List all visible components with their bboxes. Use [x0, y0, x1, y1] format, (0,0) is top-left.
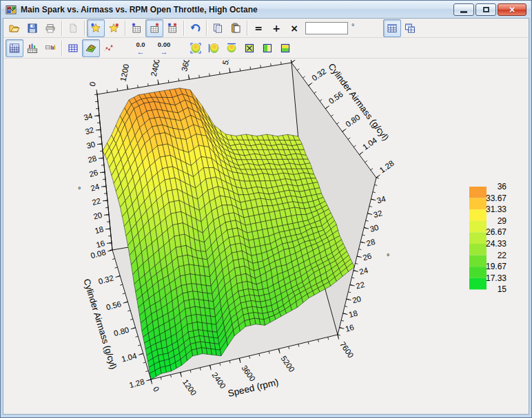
grid-view-button[interactable] — [6, 39, 23, 57]
svg-text:20: 20 — [351, 295, 362, 305]
close-icon: × — [509, 5, 515, 14]
paste-button[interactable] — [227, 19, 245, 37]
table-flag-red-button[interactable] — [145, 19, 163, 37]
svg-text:0: 0 — [88, 81, 97, 87]
print-button[interactable] — [41, 19, 59, 37]
view-vsplit-button[interactable] — [258, 39, 276, 57]
main-toolbar: =+×° — [3, 19, 529, 38]
svg-text:1200: 1200 — [119, 63, 130, 83]
open-button[interactable] — [6, 19, 23, 37]
view-default-button[interactable] — [187, 39, 205, 57]
favorite-blue-button[interactable] — [87, 19, 105, 37]
svg-text:18: 18 — [94, 224, 104, 235]
blob-top-icon — [226, 43, 237, 54]
scatter-icon — [103, 43, 114, 54]
restore-button[interactable] — [475, 3, 496, 16]
svg-text:0.08: 0.08 — [90, 248, 107, 260]
box-hsplit-icon — [280, 43, 291, 54]
svg-text:20: 20 — [92, 211, 103, 221]
add-button[interactable]: + — [267, 19, 285, 37]
undo-button[interactable] — [186, 19, 204, 37]
decimal-decrease-arrow-icon: ← — [137, 48, 145, 55]
copy-button[interactable] — [209, 19, 227, 37]
window-body: =+×° 0.0←0.00→ 0120024003600520076000.08… — [3, 19, 529, 414]
surface-plot-area[interactable]: 0120024003600520076000.080.320.560.801.0… — [3, 60, 529, 414]
scatter-view-button[interactable] — [100, 39, 118, 57]
svg-text:26.67: 26.67 — [486, 227, 507, 237]
table-display-button[interactable] — [383, 19, 401, 37]
svg-text:32: 32 — [84, 126, 94, 136]
printer-icon — [45, 23, 56, 34]
color-legend: 3633.6731.332926.6724.332219.6717.3315 — [469, 182, 507, 294]
degree-unit-label: ° — [350, 22, 356, 34]
view-grid-fit-button[interactable] — [241, 39, 258, 57]
svg-text:28: 28 — [87, 154, 97, 165]
svg-text:5200: 5200 — [221, 60, 233, 65]
title-bar[interactable]: Main Spark vs. Airmass vs. RPM Open Thro… — [1, 1, 531, 18]
svg-text:24: 24 — [90, 182, 101, 193]
chart-mini-icon — [45, 43, 56, 54]
svg-text:0.80: 0.80 — [113, 326, 130, 337]
toolbar-separator — [84, 21, 85, 36]
data-table-button[interactable] — [64, 39, 82, 57]
svg-text:16: 16 — [345, 323, 355, 333]
app-icon — [6, 4, 17, 15]
decimal-decrease-button[interactable]: 0.0← — [129, 39, 152, 57]
decimal-increase-button[interactable]: 0.00→ — [152, 39, 176, 57]
toolbar-separator — [206, 21, 207, 36]
z-unit-right: ° — [387, 252, 389, 260]
table-view-icon — [387, 23, 398, 34]
table-ast-red-icon — [149, 23, 160, 34]
svg-text:22: 22 — [498, 251, 507, 260]
undo-icon — [190, 23, 201, 34]
table-flag-blue-button[interactable] — [127, 19, 145, 37]
minimize-icon — [460, 11, 467, 13]
svg-text:1.04: 1.04 — [361, 136, 379, 151]
compare-display-button[interactable] — [401, 19, 419, 37]
svg-text:1.04: 1.04 — [121, 351, 138, 364]
svg-text:7600: 7600 — [338, 340, 356, 359]
minimize-button[interactable] — [453, 3, 474, 16]
close-button[interactable]: × — [498, 3, 526, 16]
svg-text:3600: 3600 — [180, 60, 192, 72]
mini-chart-view-button[interactable] — [41, 39, 59, 57]
box-vsplit-icon — [262, 43, 273, 54]
view-top-button[interactable] — [223, 39, 241, 57]
svg-text:28: 28 — [365, 238, 376, 248]
save-button[interactable] — [23, 19, 41, 37]
add-glyph: + — [272, 23, 280, 34]
surface-view-button[interactable] — [82, 39, 100, 57]
multiply-glyph: × — [290, 23, 298, 34]
table-flag-both-button[interactable] — [163, 19, 181, 37]
table-ast-blue-icon — [131, 23, 142, 34]
equals-button[interactable]: = — [249, 19, 267, 37]
svg-text:0.80: 0.80 — [344, 113, 361, 129]
svg-text:31.33: 31.33 — [486, 205, 507, 214]
view-side-button[interactable] — [205, 39, 223, 57]
table-windows-icon — [405, 23, 416, 34]
surface-chart-svg[interactable]: 0120024003600520076000.080.320.560.801.0… — [3, 60, 529, 414]
value-input[interactable] — [305, 22, 348, 34]
svg-text:33.67: 33.67 — [486, 194, 507, 203]
svg-text:26: 26 — [88, 168, 99, 178]
app-window: Main Spark vs. Airmass vs. RPM Open Thro… — [0, 0, 532, 418]
copy-icon — [212, 23, 223, 34]
svg-text:17.33: 17.33 — [486, 273, 507, 283]
svg-text:1200: 1200 — [181, 378, 198, 397]
svg-text:34: 34 — [376, 194, 387, 205]
chart-table-view-button[interactable] — [23, 39, 41, 57]
svg-text:2400: 2400 — [150, 60, 161, 77]
toolbar-separator — [183, 21, 184, 36]
view-hsplit-button[interactable] — [276, 39, 294, 57]
svg-text:0.56: 0.56 — [105, 300, 123, 311]
multiply-button[interactable]: × — [285, 19, 303, 37]
svg-text:30: 30 — [369, 223, 379, 233]
chart-table-icon — [27, 43, 38, 54]
table-ast-both-icon — [167, 23, 178, 34]
restore-icon — [483, 7, 489, 12]
favorite-red-button[interactable] — [105, 19, 123, 37]
chart-toolbar: 0.0←0.00→ — [3, 38, 529, 59]
window-controls: × — [453, 3, 526, 16]
svg-text:1.28: 1.28 — [378, 159, 396, 175]
floppy-icon — [27, 23, 38, 34]
